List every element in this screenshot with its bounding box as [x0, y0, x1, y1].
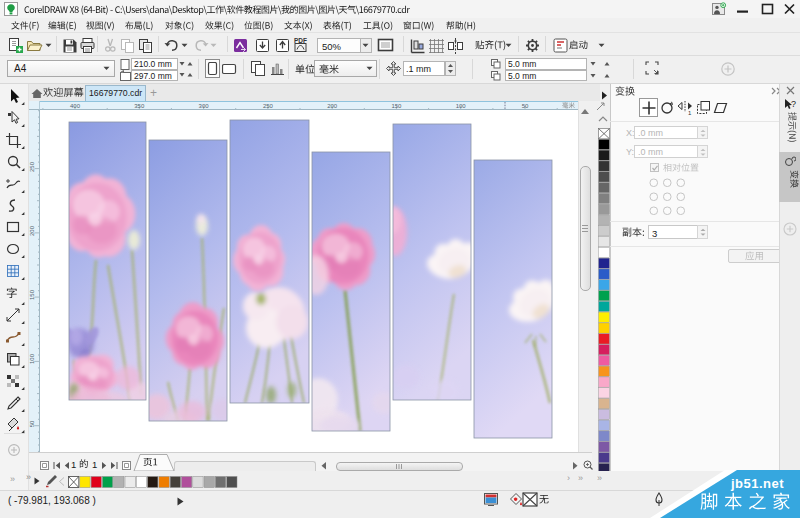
- svg-text:1: 1: [688, 110, 692, 116]
- svg-text:?: ?: [791, 99, 796, 109]
